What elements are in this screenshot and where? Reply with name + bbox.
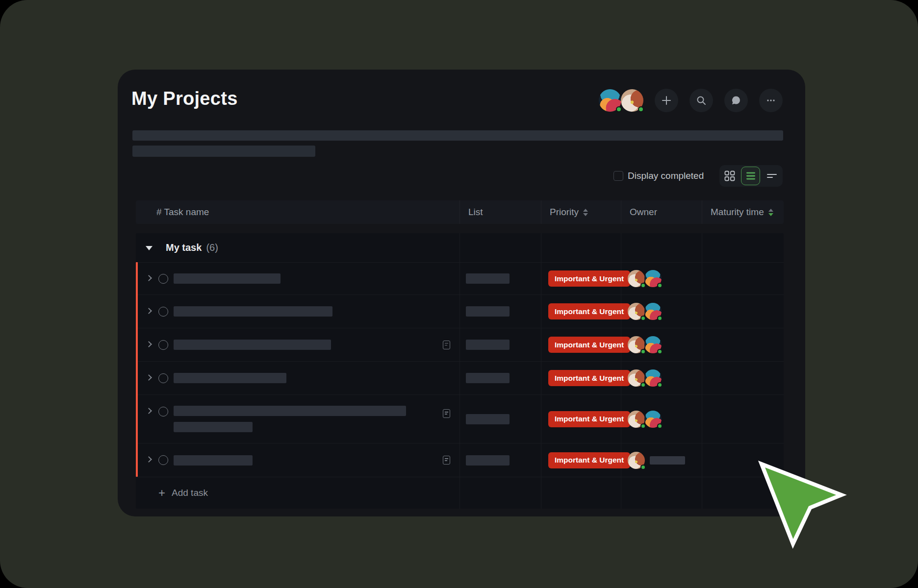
display-completed-label: Display completed [628, 171, 704, 181]
task-name-placeholder [174, 273, 280, 284]
column-header-maturity-time[interactable]: Maturity time [702, 200, 784, 224]
column-header-owner[interactable]: Owner [621, 200, 702, 224]
task-status-circle[interactable] [158, 274, 168, 284]
list-placeholder [466, 273, 510, 284]
column-header-task-name[interactable]: # Task name [136, 200, 459, 224]
plus-icon: + [158, 487, 165, 499]
online-status-dot [640, 465, 646, 470]
expand-chevron-icon[interactable] [146, 308, 152, 314]
task-name-placeholder [174, 422, 253, 432]
priority-badge[interactable]: Important & Urgent [548, 337, 630, 353]
table-row[interactable]: Important & Urgent [136, 294, 784, 328]
note-icon [443, 409, 450, 418]
owner-placeholder [650, 456, 685, 465]
search-button[interactable] [689, 89, 713, 112]
task-status-circle[interactable] [158, 455, 168, 465]
task-name-placeholder [174, 373, 286, 383]
owner-avatars[interactable] [628, 452, 645, 469]
task-name-placeholder [174, 306, 332, 317]
table-row[interactable]: Important & Urgent [136, 328, 784, 361]
list-placeholder [466, 306, 510, 317]
expand-chevron-icon[interactable] [146, 275, 152, 281]
expand-chevron-icon[interactable] [146, 456, 152, 463]
sort-arrows-icon[interactable] [583, 209, 588, 216]
priority-badge[interactable]: Important & Urgent [548, 303, 630, 319]
avatar[interactable] [621, 89, 643, 112]
task-name-placeholder [174, 406, 406, 416]
online-status-dot [638, 106, 644, 112]
online-status-dot [657, 349, 663, 354]
task-status-circle[interactable] [158, 307, 168, 317]
online-status-dot [616, 106, 622, 112]
task-name-placeholder [174, 455, 253, 466]
priority-badge[interactable]: Important & Urgent [548, 411, 630, 427]
online-status-dot [640, 349, 646, 354]
more-icon [765, 95, 777, 106]
sort-arrows-icon[interactable] [768, 209, 773, 216]
online-status-dot [657, 283, 663, 288]
table-header-row: # Task name List Priority Owner Maturity… [136, 200, 784, 224]
online-status-dot [640, 382, 646, 388]
search-icon [695, 95, 707, 106]
view-switcher [719, 165, 783, 187]
summary-placeholder-bar [132, 146, 315, 157]
priority-badge[interactable]: Important & Urgent [548, 270, 630, 287]
expand-chevron-icon[interactable] [146, 341, 152, 347]
display-completed-toggle[interactable]: Display completed [613, 170, 704, 182]
column-header-priority[interactable]: Priority [541, 200, 621, 224]
group-label: My task [166, 242, 202, 253]
chat-button[interactable] [724, 89, 748, 112]
owner-avatars[interactable] [628, 336, 662, 353]
summary-placeholder-bar [132, 130, 783, 141]
page-title: My Projects [131, 88, 238, 109]
owner-avatars[interactable] [628, 303, 662, 320]
owner-avatars[interactable] [628, 270, 662, 287]
expand-chevron-icon[interactable] [146, 374, 152, 381]
sort-view-button[interactable] [766, 171, 778, 181]
more-button[interactable] [759, 89, 783, 112]
note-icon [443, 456, 450, 465]
maturity-time-cell [702, 328, 784, 361]
owner-avatars[interactable] [628, 369, 662, 387]
list-placeholder [466, 455, 510, 466]
note-icon [443, 341, 450, 349]
header-avatar-stack[interactable] [599, 89, 643, 112]
sort-view-icon [766, 171, 778, 181]
online-status-dot [657, 316, 663, 321]
list-placeholder [466, 373, 510, 383]
task-name-placeholder [174, 340, 331, 350]
table-row[interactable]: Important & Urgent [136, 262, 784, 294]
list-view-button[interactable] [741, 167, 760, 185]
task-status-circle[interactable] [158, 407, 168, 416]
online-status-dot [657, 382, 663, 388]
task-status-circle[interactable] [158, 373, 168, 383]
tasks-table: # Task name List Priority Owner Maturity… [136, 200, 784, 509]
collapse-caret-icon[interactable] [146, 246, 153, 250]
maturity-time-cell [702, 394, 784, 443]
maturity-time-cell [702, 443, 784, 477]
table-row[interactable]: Important & Urgent [136, 443, 784, 477]
maturity-time-cell [702, 361, 784, 394]
header-actions [599, 89, 783, 112]
column-header-list[interactable]: List [459, 200, 541, 224]
group-header-row[interactable]: My task (6) [136, 233, 784, 262]
grid-view-button[interactable] [724, 171, 735, 181]
table-row[interactable]: Important & Urgent [136, 394, 784, 443]
add-button[interactable] [655, 89, 678, 112]
grid-view-icon [724, 171, 735, 181]
owner-avatars[interactable] [628, 411, 662, 428]
display-completed-checkbox[interactable] [613, 171, 623, 181]
group-accent-strip [136, 262, 138, 477]
table-row[interactable]: Important & Urgent [136, 361, 784, 394]
chat-icon [730, 95, 742, 106]
add-task-row[interactable]: + Add task [136, 477, 784, 509]
priority-badge[interactable]: Important & Urgent [548, 452, 630, 468]
online-status-dot [640, 423, 646, 429]
expand-chevron-icon[interactable] [146, 408, 152, 414]
priority-badge[interactable]: Important & Urgent [548, 370, 630, 386]
list-placeholder [466, 414, 510, 424]
add-task-label: Add task [172, 488, 208, 498]
table-body: My task (6) Important & Urgent [136, 233, 784, 509]
task-status-circle[interactable] [158, 340, 168, 350]
avatar[interactable] [599, 89, 621, 112]
